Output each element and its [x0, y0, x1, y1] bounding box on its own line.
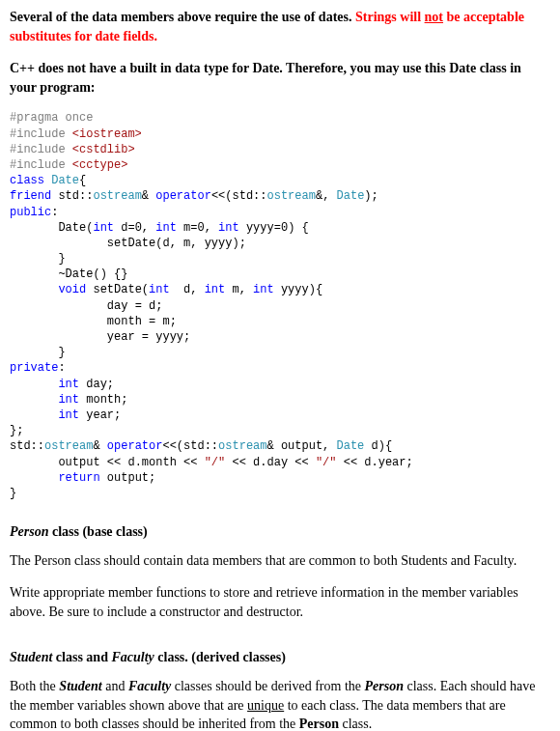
person-paragraph-2: Write appropriate member functions to st…	[10, 583, 550, 621]
person-paragraph-1: The Person class should contain data mem…	[10, 551, 550, 571]
cpp-no-date: C++ does not have a built in data type f…	[10, 59, 550, 97]
code-block: #pragma once #include <iostream> #includ…	[10, 110, 550, 501]
student-faculty-heading: Student class and Faculty class. (derive…	[10, 648, 550, 667]
student-faculty-paragraph: Both the Student and Faculty classes sho…	[10, 677, 550, 731]
person-heading: Person class (base class)	[10, 522, 550, 542]
dates-warning: Several of the data members above requir…	[10, 8, 550, 45]
dates-warning-pre: Several of the data members above requir…	[10, 10, 355, 24]
